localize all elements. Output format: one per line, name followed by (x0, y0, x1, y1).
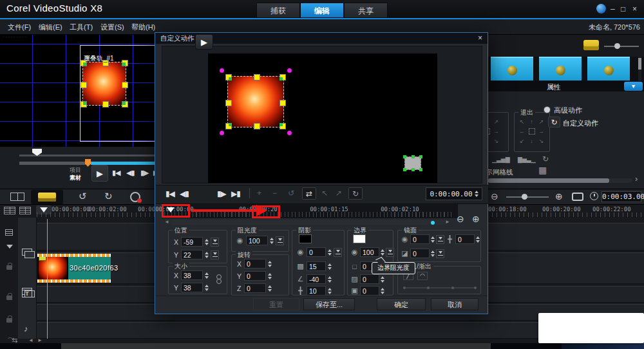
lock-icon[interactable] (6, 265, 12, 270)
go-start-button[interactable]: ▮◀ (112, 169, 120, 177)
rotation-y-input[interactable]: 0 (244, 271, 266, 281)
rotate-icon[interactable]: ↻ (542, 155, 549, 164)
tab-properties[interactable]: 属性 (482, 82, 626, 92)
collapse-tracks-icon[interactable] (6, 245, 13, 249)
direction-arrow[interactable]: ↘ (539, 138, 544, 144)
menu-tools[interactable]: 工具(T) (70, 23, 93, 32)
library-thumbnail[interactable] (587, 57, 630, 80)
direction-arrow[interactable]: ← (519, 128, 525, 135)
spinner[interactable] (268, 273, 272, 279)
grid-icon[interactable]: ▦ (538, 165, 547, 175)
advanced-motion-radio[interactable] (544, 107, 550, 113)
timeline-zoom-slider[interactable] (506, 196, 549, 198)
direction-arrow[interactable]: ↗ (494, 118, 499, 125)
video-track-icon[interactable] (22, 249, 32, 256)
motion-end-keyframe-box[interactable] (404, 156, 421, 170)
prev-frame-button[interactable]: ◀▮ (126, 169, 135, 177)
tab-edit[interactable]: 编辑 (300, 3, 344, 18)
shadow-opacity-easing-button[interactable] (334, 248, 342, 257)
spinner[interactable] (431, 236, 435, 243)
ease-out-button[interactable]: ◠ (417, 272, 428, 280)
dialog-next-frame[interactable]: ▮▶ (217, 189, 226, 198)
mirror-opacity-input[interactable]: 0 (410, 234, 430, 244)
fit-timeline-icon[interactable] (572, 193, 583, 201)
close-button[interactable]: × (632, 5, 637, 14)
trim-handle[interactable] (85, 159, 91, 167)
mode-clip-label[interactable]: 素材 (70, 174, 81, 182)
library-thumbnail[interactable] (491, 57, 533, 80)
spinner[interactable] (328, 249, 332, 256)
tab-share[interactable]: 共享 (344, 3, 388, 18)
spinner[interactable] (205, 252, 209, 258)
spinner[interactable] (270, 238, 274, 244)
dialog-close-icon[interactable]: × (478, 33, 482, 42)
scrub-track[interactable] (19, 155, 156, 156)
size-x-input[interactable]: 38 (181, 270, 203, 280)
track-manager-icon[interactable] (5, 229, 13, 236)
direction-arrow[interactable]: → (493, 128, 499, 135)
position-y-input[interactable]: 22 (181, 250, 203, 259)
reverse-keyframes-button[interactable]: ⇄ (302, 187, 316, 200)
menu-settings[interactable]: 设置(S) (100, 23, 124, 32)
menu-help[interactable]: 帮助(H) (131, 23, 155, 32)
overlay-selection[interactable] (82, 62, 126, 106)
panel-hscrollbar-thumb[interactable] (488, 178, 609, 183)
scroll-right-icon[interactable]: ► (37, 337, 43, 343)
save-to-button[interactable]: 保存至... (303, 298, 355, 310)
direction-arrow[interactable]: ↗ (539, 118, 544, 125)
undo-keyframe-button[interactable]: ↺ (288, 189, 294, 198)
move-keyframe-right-button[interactable]: ↗ (336, 189, 342, 198)
spinner[interactable] (328, 288, 332, 294)
dialog-scroll-left[interactable]: ◄ (164, 219, 169, 225)
dialog-play-button[interactable]: ▶ (195, 34, 213, 50)
dialog-timecode[interactable]: 0:00:00.00 (426, 187, 482, 200)
minimize-button[interactable]: – (611, 5, 615, 14)
timeline-zoom-in[interactable]: ⊕ (555, 191, 563, 202)
menu-edit[interactable]: 编辑(E) (39, 23, 62, 32)
customize-motion-button[interactable]: 自定义动作 (563, 118, 598, 128)
remove-keyframe-button[interactable]: − (272, 189, 277, 198)
add-keyframe-button[interactable]: + (257, 189, 261, 198)
clock-icon[interactable] (590, 192, 598, 200)
timeline-zoom-handle[interactable] (522, 194, 527, 200)
thumbnail-size-slider[interactable] (604, 46, 639, 47)
spinner[interactable] (205, 239, 209, 245)
timeline-zoom-out[interactable]: ⊖ (491, 191, 498, 202)
direction-arrow[interactable]: → (538, 128, 544, 135)
direction-arrow[interactable]: ↑ (530, 118, 533, 125)
menu-file[interactable]: 文件(F) (8, 23, 31, 32)
dialog-keyframe-dot[interactable] (431, 221, 435, 225)
dialog-go-start[interactable]: ▮◀ (166, 189, 175, 198)
shadow-angle-input[interactable]: -40 (307, 274, 326, 284)
shadow-opacity-input[interactable]: 0 (307, 247, 326, 257)
rotation-x-input[interactable]: 0 (244, 259, 266, 269)
spinner[interactable] (431, 250, 435, 257)
dialog-zoom-out[interactable]: ⊖ (457, 214, 464, 224)
spinner[interactable] (268, 261, 272, 267)
spinner[interactable] (381, 288, 384, 294)
dialog-go-end[interactable]: ▶▮ (231, 189, 240, 198)
mirror-fade-input[interactable]: 0 (410, 249, 430, 258)
spinner[interactable] (381, 276, 384, 283)
border-opacity-input[interactable]: 100 (360, 247, 379, 257)
tab-capture[interactable]: 捕获 (256, 3, 300, 18)
track-list-icon-2[interactable] (19, 207, 31, 214)
shadow-distance-input[interactable]: 10 (307, 286, 326, 296)
border-blur-input[interactable]: 0 (360, 274, 379, 284)
direction-arrow[interactable]: ↓ (530, 138, 533, 144)
shadow-blur-input[interactable]: 15 (307, 261, 326, 271)
border-color-swatch[interactable] (353, 234, 366, 243)
customize-motion-icon[interactable]: ↻ (548, 117, 560, 127)
scroll-left-icon[interactable]: ◄ (28, 337, 33, 343)
opacity-input[interactable]: 100 (246, 236, 268, 245)
size-y-input[interactable]: 38 (181, 283, 203, 292)
cancel-button[interactable]: 取消 (431, 298, 478, 310)
spinner[interactable] (268, 285, 272, 292)
reset-button[interactable]: 重置 (253, 298, 299, 310)
spinner[interactable] (381, 249, 384, 256)
rotation-z-input[interactable]: 0 (244, 283, 266, 293)
lock-icon[interactable] (6, 296, 12, 300)
border-corner-input[interactable]: 0 (360, 286, 379, 296)
gallery-scrollbar-thumb[interactable] (638, 58, 641, 70)
mirror-opacity-easing-button[interactable] (436, 235, 444, 244)
